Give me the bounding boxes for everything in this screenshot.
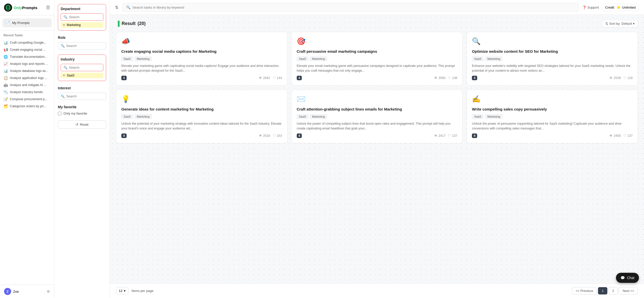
chat-icon: 💬 <box>620 276 625 280</box>
likes-3: ♡ 153 <box>273 134 282 138</box>
prompt-card-1[interactable]: 🎯 Craft persuasive email marketing campa… <box>291 32 463 86</box>
next-page-button[interactable]: Next >> <box>619 287 638 294</box>
prompt-card-0[interactable]: 📣 Create engaging social media captions … <box>116 32 287 86</box>
filter-department-search[interactable]: 🔍 ▾ <box>61 13 103 21</box>
main-content: ⇅ 🔍 ❓ Support Credit: ⭐ Unlimited ▐ Resu… <box>110 0 644 298</box>
tag: Marketing <box>134 114 152 119</box>
task-text-4: Analyze database logs wi... <box>10 69 48 73</box>
heart-icon: ♡ <box>448 76 451 80</box>
prompt-card-5[interactable]: ✍️ Write compelling sales copy persuasiv… <box>467 90 638 143</box>
page-1-button[interactable]: 1 <box>598 287 607 294</box>
rating-badge-1: 4 <box>297 76 302 80</box>
task-text-6: Analyze and mitigate AI ... <box>10 83 47 87</box>
settings-icon[interactable]: ⚙ <box>47 289 50 293</box>
chevron-down-icon: ▾ <box>124 289 126 293</box>
remove-department-tag[interactable]: ✕ <box>63 23 65 27</box>
items-per-page-label: Items per page <box>131 289 153 293</box>
card-icon-4: ✉️ <box>297 95 457 103</box>
interest-search-input[interactable] <box>66 94 109 98</box>
favorite-checkbox[interactable] <box>58 112 61 115</box>
heart-icon: ♡ <box>623 76 626 80</box>
task-item[interactable]: 🤖 Analyze and mitigate AI ... <box>3 82 52 89</box>
sidebar: OnlyPrompts ☰ 📄 My Prompts Recent Tasks … <box>0 0 54 298</box>
card-tags-1: SaaS Marketing <box>297 57 457 61</box>
stats-0: 👁 2842 ♡ 144 <box>259 76 282 80</box>
heart-icon: ♡ <box>273 134 276 138</box>
card-desc-5: Unlock the power of persuasive copywriti… <box>472 121 633 131</box>
filter-industry-search[interactable]: 🔍 ▾ <box>61 64 103 71</box>
chat-label: Chat <box>627 276 634 280</box>
per-page-select[interactable]: 12 ▾ <box>116 287 128 294</box>
views-5: 👁 2405 <box>609 134 621 138</box>
card-title-2: Optimize website content for SEO for Mar… <box>472 49 633 54</box>
filter-interest: Interest 🔍 ▾ <box>58 86 106 100</box>
reset-button[interactable]: ↺ Reset <box>58 120 106 129</box>
chat-fab-button[interactable]: 💬 Chat <box>616 273 639 283</box>
task-item[interactable]: 📉 Analyze industry trends <box>3 89 52 96</box>
filter-role-search[interactable]: 🔍 ▾ <box>58 42 106 49</box>
favorite-checkbox-label[interactable]: Only my favorite <box>58 112 106 115</box>
task-text-8: Compose procurement p... <box>10 97 47 101</box>
results-title: ▐ Result (20) <box>116 21 146 26</box>
task-icon-0: 📊 <box>4 41 8 45</box>
card-footer-4: 4 👁 2417 ♡ 137 <box>297 133 457 138</box>
department-tag-label: Marketing <box>67 23 81 27</box>
cards-grid: 📣 Create engaging social media captions … <box>116 32 638 143</box>
topbar-right: ❓ Support Credit: ⭐ Unlimited <box>582 4 639 11</box>
stats-2: 👁 2539 ♡ 118 <box>609 76 633 80</box>
card-tags-4: SaaS Marketing <box>297 114 457 119</box>
prompt-card-3[interactable]: 💡 Generate ideas for content marketing f… <box>116 90 287 143</box>
views-0: 👁 2842 <box>259 76 270 80</box>
rating-badge-0: 4 <box>121 76 127 80</box>
prompt-card-2[interactable]: 🔍 Optimize website content for SEO for M… <box>467 32 638 86</box>
card-title-0: Create engaging social media captions fo… <box>121 49 282 54</box>
likes-1: ♡ 138 <box>448 76 457 80</box>
rating-badge-3: 4 <box>121 133 127 138</box>
likes-2: ♡ 118 <box>623 76 633 80</box>
search-input[interactable] <box>132 6 574 9</box>
filter-interest-title: Interest <box>58 86 106 90</box>
logo: OnlyPrompts <box>4 4 37 12</box>
tag: SaaS <box>121 114 133 119</box>
task-item[interactable]: 🌐 Translate documentation... <box>3 53 52 60</box>
task-item[interactable]: 📋 Analyze application logs ... <box>3 74 52 82</box>
pagination-bar: 12 ▾ Items per page << Previous 1 2 Next… <box>110 283 644 298</box>
role-search-input[interactable] <box>66 44 109 48</box>
industry-search-input[interactable] <box>69 66 110 69</box>
recent-tasks-label: Recent Tasks <box>3 34 52 37</box>
task-item[interactable]: 📢 Create engaging social ... <box>3 46 52 53</box>
remove-industry-tag[interactable]: ✕ <box>63 74 65 77</box>
likes-4: ♡ 137 <box>448 134 457 138</box>
card-tags-3: SaaS Marketing <box>121 114 282 119</box>
prompt-card-4[interactable]: ✉️ Craft attention-grabbing subject line… <box>291 90 463 143</box>
accent-bar: ▐ <box>116 21 120 26</box>
card-footer-5: 4 👁 2405 ♡ 137 <box>472 133 633 138</box>
task-item[interactable]: 🗂️ Categorize orders by pri... <box>3 103 52 110</box>
sidebar-nav: 📄 My Prompts <box>0 15 54 31</box>
card-desc-2: Enhance your website's visibility with t… <box>472 64 633 73</box>
task-icon-8: 📝 <box>4 97 8 101</box>
sidebar-item-label: My Prompts <box>12 21 30 25</box>
task-text-5: Analyze application logs ... <box>10 76 47 80</box>
stats-3: 👁 2516 ♡ 153 <box>259 134 282 138</box>
task-item[interactable]: 📈 Analyze logs and reports ... <box>3 60 52 67</box>
filter-department: Department 🔍 ▾ ✕ Marketing <box>58 4 106 31</box>
card-title-4: Craft attention-grabbing subject lines e… <box>297 107 457 112</box>
page-2-button[interactable]: 2 <box>608 287 618 294</box>
department-search-input[interactable] <box>69 15 110 19</box>
filter-interest-search[interactable]: 🔍 ▾ <box>58 93 106 100</box>
credit-badge: Credit: ⭐ Unlimited <box>602 4 639 11</box>
support-button[interactable]: ❓ Support <box>582 6 599 9</box>
sort-control[interactable]: ⇅ Sort by: Default ▾ <box>602 20 638 27</box>
star-icon: ⭐ <box>616 6 620 9</box>
task-item[interactable]: 📊 Analyze database logs wi... <box>3 67 52 74</box>
sidebar-item-my-prompts[interactable]: 📄 My Prompts <box>3 18 52 27</box>
task-item[interactable]: 📝 Compose procurement p... <box>3 96 52 103</box>
logo-icon <box>4 4 12 12</box>
topbar-search[interactable]: 🔍 <box>122 3 578 12</box>
sort-icon[interactable]: ⇅ <box>115 5 118 10</box>
prev-page-button[interactable]: << Previous <box>572 287 597 294</box>
hamburger-icon[interactable]: ☰ <box>46 5 50 10</box>
task-item[interactable]: 📊 Craft compelling Google... <box>3 39 52 46</box>
sort-label: Sort by: Default <box>609 22 632 25</box>
